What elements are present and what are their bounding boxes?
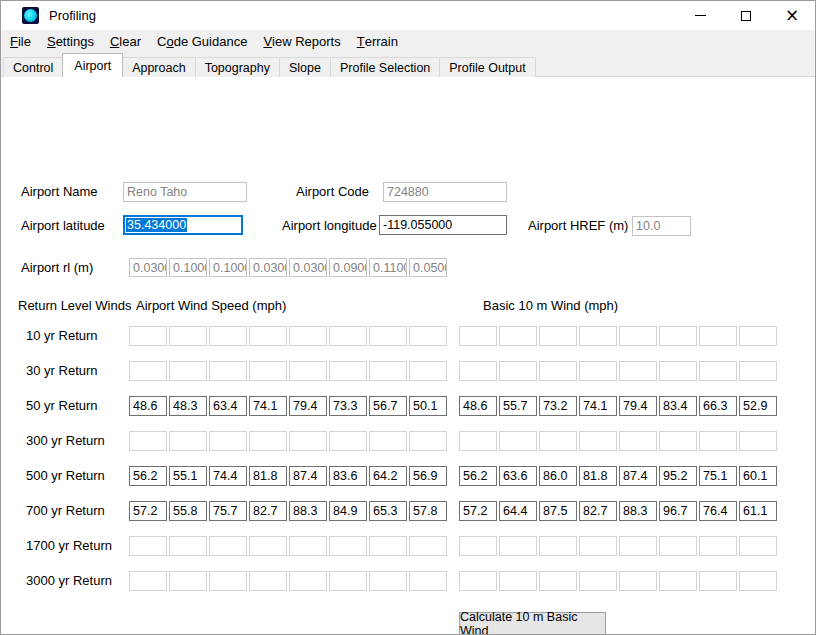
airport-wind-cell[interactable]: 55.1 xyxy=(169,466,207,486)
menu-item-clear[interactable]: Clear xyxy=(102,30,149,53)
basic-wind-cell[interactable] xyxy=(499,361,537,381)
basic-wind-cell[interactable] xyxy=(579,571,617,591)
airport-wind-cell[interactable]: 50.1 xyxy=(409,396,447,416)
airport-wind-cell[interactable]: 57.8 xyxy=(409,501,447,521)
airport-wind-cell[interactable]: 84.9 xyxy=(329,501,367,521)
airport-wind-cell[interactable] xyxy=(329,431,367,451)
basic-wind-cell[interactable]: 82.7 xyxy=(579,501,617,521)
airport-wind-cell[interactable] xyxy=(249,571,287,591)
basic-wind-cell[interactable] xyxy=(659,571,697,591)
tab-control[interactable]: Control xyxy=(3,57,63,77)
basic-wind-cell[interactable] xyxy=(739,536,777,556)
basic-wind-cell[interactable]: 79.4 xyxy=(619,396,657,416)
airport-wind-cell[interactable]: 48.3 xyxy=(169,396,207,416)
airport-wind-cell[interactable] xyxy=(249,431,287,451)
airport-wind-cell[interactable] xyxy=(369,571,407,591)
basic-wind-cell[interactable] xyxy=(539,361,577,381)
basic-wind-cell[interactable] xyxy=(459,361,497,381)
airport-wind-cell[interactable] xyxy=(329,361,367,381)
airport-wind-cell[interactable] xyxy=(129,571,167,591)
airport-wind-cell[interactable] xyxy=(369,536,407,556)
menu-item-settings[interactable]: Settings xyxy=(39,30,102,53)
basic-wind-cell[interactable] xyxy=(619,536,657,556)
basic-wind-cell[interactable] xyxy=(579,431,617,451)
airport-wind-cell[interactable] xyxy=(129,361,167,381)
airport-wind-cell[interactable] xyxy=(289,536,327,556)
basic-wind-cell[interactable]: 86.0 xyxy=(539,466,577,486)
basic-wind-cell[interactable] xyxy=(459,431,497,451)
basic-wind-cell[interactable]: 63.6 xyxy=(499,466,537,486)
basic-wind-cell[interactable]: 57.2 xyxy=(459,501,497,521)
airport-wind-cell[interactable] xyxy=(289,571,327,591)
airport-wind-cell[interactable] xyxy=(289,326,327,346)
basic-wind-cell[interactable] xyxy=(739,326,777,346)
basic-wind-cell[interactable] xyxy=(459,571,497,591)
airport-wind-cell[interactable] xyxy=(329,571,367,591)
tab-profile-selection[interactable]: Profile Selection xyxy=(330,57,440,77)
maximize-button[interactable] xyxy=(723,1,769,30)
airport-wind-cell[interactable] xyxy=(249,536,287,556)
basic-wind-cell[interactable]: 88.3 xyxy=(619,501,657,521)
airport-wind-cell[interactable] xyxy=(409,361,447,381)
tab-approach[interactable]: Approach xyxy=(122,57,196,77)
menu-item-view-reports[interactable]: View Reports xyxy=(255,30,348,53)
basic-wind-cell[interactable]: 64.4 xyxy=(499,501,537,521)
basic-wind-cell[interactable] xyxy=(659,431,697,451)
airport-wind-cell[interactable]: 73.3 xyxy=(329,396,367,416)
airport-wind-cell[interactable]: 88.3 xyxy=(289,501,327,521)
basic-wind-cell[interactable]: 60.1 xyxy=(739,466,777,486)
basic-wind-cell[interactable] xyxy=(459,536,497,556)
basic-wind-cell[interactable] xyxy=(499,571,537,591)
airport-wind-cell[interactable]: 48.6 xyxy=(129,396,167,416)
basic-wind-cell[interactable] xyxy=(619,361,657,381)
basic-wind-cell[interactable] xyxy=(459,326,497,346)
tab-airport[interactable]: Airport xyxy=(62,53,123,77)
airport-wind-cell[interactable]: 57.2 xyxy=(129,501,167,521)
basic-wind-cell[interactable] xyxy=(539,536,577,556)
basic-wind-cell[interactable] xyxy=(739,361,777,381)
airport-wind-cell[interactable] xyxy=(169,326,207,346)
airport-rl-cell[interactable]: 0.0900 xyxy=(329,258,367,277)
airport-wind-cell[interactable]: 64.2 xyxy=(369,466,407,486)
basic-wind-cell[interactable] xyxy=(699,361,737,381)
basic-wind-cell[interactable] xyxy=(579,361,617,381)
basic-wind-cell[interactable]: 48.6 xyxy=(459,396,497,416)
airport-rl-cell[interactable]: 0.1100 xyxy=(369,258,407,277)
airport-wind-cell[interactable]: 55.8 xyxy=(169,501,207,521)
airport-latitude-field[interactable]: 35.434000 xyxy=(123,215,243,235)
minimize-button[interactable] xyxy=(677,1,723,30)
airport-wind-cell[interactable] xyxy=(289,361,327,381)
airport-wind-cell[interactable]: 74.1 xyxy=(249,396,287,416)
calculate-10m-basic-wind-button[interactable]: Calculate 10 m Basic Wind xyxy=(459,612,606,635)
basic-wind-cell[interactable]: 61.1 xyxy=(739,501,777,521)
airport-wind-cell[interactable]: 75.7 xyxy=(209,501,247,521)
tab-slope[interactable]: Slope xyxy=(279,57,331,77)
airport-wind-cell[interactable] xyxy=(369,361,407,381)
airport-wind-cell[interactable]: 82.7 xyxy=(249,501,287,521)
basic-wind-cell[interactable] xyxy=(699,326,737,346)
airport-wind-cell[interactable] xyxy=(329,536,367,556)
basic-wind-cell[interactable] xyxy=(659,536,697,556)
basic-wind-cell[interactable] xyxy=(539,431,577,451)
airport-rl-cell[interactable]: 0.1000 xyxy=(209,258,247,277)
airport-href-field[interactable]: 10.0 xyxy=(632,216,691,236)
airport-wind-cell[interactable] xyxy=(169,571,207,591)
airport-wind-cell[interactable] xyxy=(169,431,207,451)
airport-wind-cell[interactable]: 87.4 xyxy=(289,466,327,486)
basic-wind-cell[interactable]: 87.4 xyxy=(619,466,657,486)
tab-topography[interactable]: Topography xyxy=(195,57,280,77)
basic-wind-cell[interactable] xyxy=(579,326,617,346)
basic-wind-cell[interactable]: 87.5 xyxy=(539,501,577,521)
airport-longitude-field[interactable]: -119.055000 xyxy=(379,215,507,235)
airport-wind-cell[interactable] xyxy=(409,536,447,556)
menu-item-code-guidance[interactable]: Code Guidance xyxy=(149,30,255,53)
basic-wind-cell[interactable] xyxy=(659,361,697,381)
airport-code-field[interactable]: 724880 xyxy=(383,182,507,202)
airport-rl-cell[interactable]: 0.0300 xyxy=(249,258,287,277)
basic-wind-cell[interactable]: 73.2 xyxy=(539,396,577,416)
airport-wind-cell[interactable]: 74.4 xyxy=(209,466,247,486)
airport-wind-cell[interactable] xyxy=(209,431,247,451)
airport-wind-cell[interactable]: 65.3 xyxy=(369,501,407,521)
airport-wind-cell[interactable] xyxy=(209,536,247,556)
basic-wind-cell[interactable] xyxy=(619,571,657,591)
